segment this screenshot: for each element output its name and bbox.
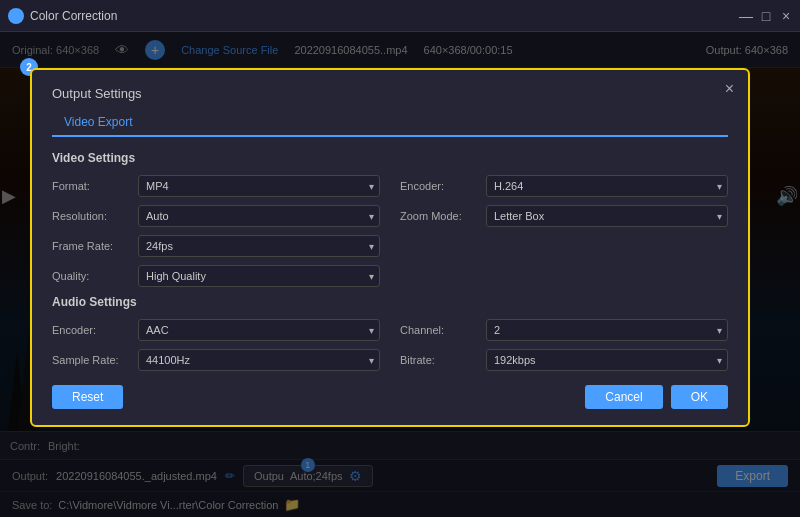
- modal-title: Output Settings: [52, 86, 728, 101]
- encoder-row: Encoder: H.264 H.265: [400, 175, 728, 197]
- channel-row: Channel: 2 1: [400, 319, 728, 341]
- zoom-mode-row: Zoom Mode: Letter Box Pan & Scan Full: [400, 205, 728, 227]
- maximize-button[interactable]: □: [760, 10, 772, 22]
- tab-bar: Video Export: [52, 111, 728, 137]
- zoom-mode-select-wrapper: Letter Box Pan & Scan Full: [486, 205, 728, 227]
- framerate-select[interactable]: 24fps 30fps 60fps: [138, 235, 380, 257]
- format-row: Format: MP4 MOV AVI: [52, 175, 380, 197]
- modal-action-buttons: Cancel OK: [585, 385, 728, 409]
- audio-settings-grid: Encoder: AAC MP3 Channel: 2: [52, 319, 728, 371]
- quality-select-wrapper: High Quality Medium Quality Low Quality: [138, 265, 380, 287]
- modal-overlay: 2 Output Settings × Video Export Video S…: [0, 32, 800, 517]
- samplerate-row: Sample Rate: 44100Hz 22050Hz 48000Hz: [52, 349, 380, 371]
- audio-encoder-label: Encoder:: [52, 324, 130, 336]
- bitrate-select[interactable]: 192kbps 128kbps 320kbps: [486, 349, 728, 371]
- modal-wrapper: 2 Output Settings × Video Export Video S…: [30, 68, 750, 427]
- app-icon: [8, 8, 24, 24]
- framerate-label: Frame Rate:: [52, 240, 130, 252]
- audio-encoder-select[interactable]: AAC MP3: [138, 319, 380, 341]
- modal-close-button[interactable]: ×: [725, 80, 734, 98]
- resolution-row: Resolution: Auto 1080p 720p: [52, 205, 380, 227]
- app-title: Color Correction: [30, 9, 117, 23]
- bitrate-row: Bitrate: 192kbps 128kbps 320kbps: [400, 349, 728, 371]
- samplerate-select-wrapper: 44100Hz 22050Hz 48000Hz: [138, 349, 380, 371]
- zoom-mode-label: Zoom Mode:: [400, 210, 478, 222]
- quality-label: Quality:: [52, 270, 130, 282]
- quality-select[interactable]: High Quality Medium Quality Low Quality: [138, 265, 380, 287]
- framerate-select-wrapper: 24fps 30fps 60fps: [138, 235, 380, 257]
- channel-select-wrapper: 2 1: [486, 319, 728, 341]
- audio-encoder-select-wrapper: AAC MP3: [138, 319, 380, 341]
- video-settings-title: Video Settings: [52, 151, 728, 165]
- video-settings-grid: Format: MP4 MOV AVI Encoder:: [52, 175, 728, 287]
- format-label: Format:: [52, 180, 130, 192]
- format-select[interactable]: MP4 MOV AVI: [138, 175, 380, 197]
- samplerate-select[interactable]: 44100Hz 22050Hz 48000Hz: [138, 349, 380, 371]
- bitrate-select-wrapper: 192kbps 128kbps 320kbps: [486, 349, 728, 371]
- zoom-mode-select[interactable]: Letter Box Pan & Scan Full: [486, 205, 728, 227]
- framerate-row: Frame Rate: 24fps 30fps 60fps: [52, 235, 380, 257]
- title-bar: Color Correction — □ ×: [0, 0, 800, 32]
- output-settings-modal: Output Settings × Video Export Video Set…: [30, 68, 750, 427]
- tab-video-export[interactable]: Video Export: [52, 111, 145, 137]
- encoder-select-wrapper: H.264 H.265: [486, 175, 728, 197]
- empty-row-1: [400, 235, 728, 257]
- resolution-select[interactable]: Auto 1080p 720p: [138, 205, 380, 227]
- encoder-select[interactable]: H.264 H.265: [486, 175, 728, 197]
- app-body: Original: 640×368 👁 + Change Source File…: [0, 32, 800, 517]
- audio-encoder-row: Encoder: AAC MP3: [52, 319, 380, 341]
- audio-settings-title: Audio Settings: [52, 295, 728, 309]
- window-controls: — □ ×: [740, 10, 792, 22]
- resolution-select-wrapper: Auto 1080p 720p: [138, 205, 380, 227]
- cancel-button[interactable]: Cancel: [585, 385, 662, 409]
- minimize-button[interactable]: —: [740, 10, 752, 22]
- format-select-wrapper: MP4 MOV AVI: [138, 175, 380, 197]
- empty-row-2: [400, 265, 728, 287]
- close-button[interactable]: ×: [780, 10, 792, 22]
- bitrate-label: Bitrate:: [400, 354, 478, 366]
- reset-button[interactable]: Reset: [52, 385, 123, 409]
- ok-button[interactable]: OK: [671, 385, 728, 409]
- resolution-label: Resolution:: [52, 210, 130, 222]
- samplerate-label: Sample Rate:: [52, 354, 130, 366]
- encoder-label: Encoder:: [400, 180, 478, 192]
- channel-label: Channel:: [400, 324, 478, 336]
- channel-select[interactable]: 2 1: [486, 319, 728, 341]
- modal-footer: Reset Cancel OK: [52, 385, 728, 409]
- quality-row: Quality: High Quality Medium Quality Low…: [52, 265, 380, 287]
